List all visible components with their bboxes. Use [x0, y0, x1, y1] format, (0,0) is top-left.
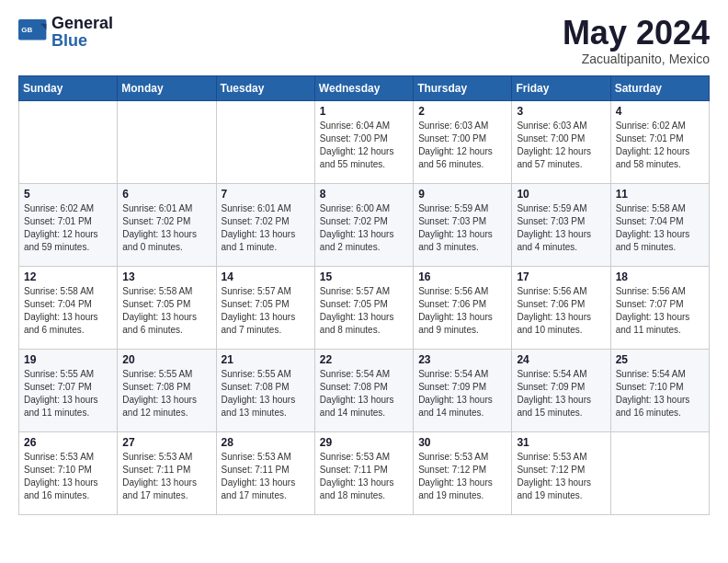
day-number: 23 [418, 353, 506, 366]
col-header-wednesday: Wednesday [314, 75, 413, 100]
day-info: Sunrise: 5:57 AM Sunset: 7:05 PM Dayligh… [320, 285, 408, 337]
calendar-cell: 5Sunrise: 6:02 AM Sunset: 7:01 PM Daylig… [19, 183, 118, 266]
day-info: Sunrise: 5:56 AM Sunset: 7:07 PM Dayligh… [616, 285, 704, 337]
day-number: 9 [418, 188, 506, 201]
calendar-cell: 15Sunrise: 5:57 AM Sunset: 7:05 PM Dayli… [314, 266, 413, 349]
calendar-cell: 17Sunrise: 5:56 AM Sunset: 7:06 PM Dayli… [512, 266, 610, 349]
col-header-thursday: Thursday [414, 75, 512, 100]
day-info: Sunrise: 6:00 AM Sunset: 7:02 PM Dayligh… [320, 202, 408, 254]
logo: GB General Blue [18, 15, 113, 50]
calendar-cell: 10Sunrise: 5:59 AM Sunset: 7:03 PM Dayli… [512, 183, 610, 266]
col-header-tuesday: Tuesday [216, 75, 314, 100]
calendar-week-3: 12Sunrise: 5:58 AM Sunset: 7:04 PM Dayli… [19, 266, 710, 349]
calendar-cell: 28Sunrise: 5:53 AM Sunset: 7:11 PM Dayli… [216, 431, 314, 514]
day-info: Sunrise: 5:56 AM Sunset: 7:06 PM Dayligh… [418, 285, 506, 337]
calendar-cell: 4Sunrise: 6:02 AM Sunset: 7:01 PM Daylig… [610, 100, 709, 183]
col-header-monday: Monday [118, 75, 216, 100]
calendar-week-5: 26Sunrise: 5:53 AM Sunset: 7:10 PM Dayli… [19, 431, 710, 514]
day-info: Sunrise: 5:54 AM Sunset: 7:09 PM Dayligh… [517, 368, 605, 419]
calendar-cell: 24Sunrise: 5:54 AM Sunset: 7:09 PM Dayli… [512, 349, 610, 431]
day-number: 20 [122, 353, 210, 366]
calendar-header-row: SundayMondayTuesdayWednesdayThursdayFrid… [19, 75, 710, 100]
day-number: 25 [616, 353, 704, 366]
day-info: Sunrise: 6:04 AM Sunset: 7:00 PM Dayligh… [320, 120, 408, 171]
calendar-cell: 6Sunrise: 6:01 AM Sunset: 7:02 PM Daylig… [118, 183, 216, 266]
title-block: May 2024 Zacualtipanito, Mexico [563, 15, 710, 66]
day-number: 14 [222, 270, 310, 283]
day-info: Sunrise: 5:53 AM Sunset: 7:12 PM Dayligh… [517, 451, 605, 502]
day-number: 24 [517, 353, 605, 366]
calendar-cell: 31Sunrise: 5:53 AM Sunset: 7:12 PM Dayli… [512, 431, 610, 514]
svg-text:GB: GB [21, 26, 32, 34]
col-header-friday: Friday [512, 75, 610, 100]
day-number: 8 [320, 188, 408, 201]
calendar-cell: 18Sunrise: 5:56 AM Sunset: 7:07 PM Dayli… [610, 266, 709, 349]
day-info: Sunrise: 6:01 AM Sunset: 7:02 PM Dayligh… [122, 202, 210, 254]
day-number: 31 [517, 436, 605, 449]
calendar-cell: 11Sunrise: 5:58 AM Sunset: 7:04 PM Dayli… [610, 183, 709, 266]
calendar-cell: 2Sunrise: 6:03 AM Sunset: 7:00 PM Daylig… [414, 100, 512, 183]
day-info: Sunrise: 5:59 AM Sunset: 7:03 PM Dayligh… [517, 202, 605, 254]
day-number: 12 [24, 270, 112, 283]
calendar-cell [610, 431, 709, 514]
col-header-saturday: Saturday [610, 75, 709, 100]
calendar-cell: 3Sunrise: 6:03 AM Sunset: 7:00 PM Daylig… [512, 100, 610, 183]
month-year: May 2024 [563, 15, 710, 52]
logo-blue: Blue [51, 32, 113, 50]
day-number: 21 [222, 353, 310, 366]
calendar-cell: 20Sunrise: 5:55 AM Sunset: 7:08 PM Dayli… [118, 349, 216, 431]
day-number: 16 [418, 270, 506, 283]
calendar-cell: 1Sunrise: 6:04 AM Sunset: 7:00 PM Daylig… [314, 100, 413, 183]
calendar-cell: 7Sunrise: 6:01 AM Sunset: 7:02 PM Daylig… [216, 183, 314, 266]
day-number: 19 [24, 353, 112, 366]
day-info: Sunrise: 5:53 AM Sunset: 7:11 PM Dayligh… [122, 451, 210, 502]
day-info: Sunrise: 5:53 AM Sunset: 7:11 PM Dayligh… [222, 451, 310, 502]
day-number: 1 [320, 105, 408, 118]
day-number: 6 [122, 188, 210, 201]
calendar-cell: 16Sunrise: 5:56 AM Sunset: 7:06 PM Dayli… [414, 266, 512, 349]
day-info: Sunrise: 5:58 AM Sunset: 7:05 PM Dayligh… [122, 285, 210, 337]
col-header-sunday: Sunday [19, 75, 118, 100]
logo-text: General Blue [51, 15, 113, 50]
day-number: 22 [320, 353, 408, 366]
calendar-cell: 19Sunrise: 5:55 AM Sunset: 7:07 PM Dayli… [19, 349, 118, 431]
calendar-cell: 25Sunrise: 5:54 AM Sunset: 7:10 PM Dayli… [610, 349, 709, 431]
calendar-cell: 26Sunrise: 5:53 AM Sunset: 7:10 PM Dayli… [19, 431, 118, 514]
page-header: GB General Blue May 2024 Zacualtipanito,… [18, 15, 710, 66]
calendar-cell: 8Sunrise: 6:00 AM Sunset: 7:02 PM Daylig… [314, 183, 413, 266]
logo-icon: GB [18, 19, 48, 45]
day-number: 27 [122, 436, 210, 449]
day-number: 7 [222, 188, 310, 201]
day-number: 30 [418, 436, 506, 449]
day-info: Sunrise: 6:03 AM Sunset: 7:00 PM Dayligh… [418, 120, 506, 171]
calendar-cell [118, 100, 216, 183]
calendar: SundayMondayTuesdayWednesdayThursdayFrid… [18, 75, 710, 515]
calendar-cell: 9Sunrise: 5:59 AM Sunset: 7:03 PM Daylig… [414, 183, 512, 266]
location: Zacualtipanito, Mexico [563, 52, 710, 66]
day-number: 26 [24, 436, 112, 449]
day-info: Sunrise: 5:53 AM Sunset: 7:10 PM Dayligh… [24, 451, 112, 502]
day-number: 4 [616, 105, 704, 118]
calendar-cell: 29Sunrise: 5:53 AM Sunset: 7:11 PM Dayli… [314, 431, 413, 514]
calendar-cell: 22Sunrise: 5:54 AM Sunset: 7:08 PM Dayli… [314, 349, 413, 431]
day-info: Sunrise: 5:55 AM Sunset: 7:08 PM Dayligh… [122, 368, 210, 419]
calendar-cell: 12Sunrise: 5:58 AM Sunset: 7:04 PM Dayli… [19, 266, 118, 349]
day-info: Sunrise: 5:59 AM Sunset: 7:03 PM Dayligh… [418, 202, 506, 254]
day-number: 13 [122, 270, 210, 283]
day-info: Sunrise: 5:54 AM Sunset: 7:09 PM Dayligh… [418, 368, 506, 419]
day-info: Sunrise: 5:58 AM Sunset: 7:04 PM Dayligh… [616, 202, 704, 254]
day-info: Sunrise: 6:02 AM Sunset: 7:01 PM Dayligh… [24, 202, 112, 254]
day-info: Sunrise: 5:53 AM Sunset: 7:12 PM Dayligh… [418, 451, 506, 502]
logo-general: General [51, 15, 113, 32]
day-number: 17 [517, 270, 605, 283]
day-info: Sunrise: 6:02 AM Sunset: 7:01 PM Dayligh… [616, 120, 704, 171]
day-info: Sunrise: 5:56 AM Sunset: 7:06 PM Dayligh… [517, 285, 605, 337]
day-info: Sunrise: 5:55 AM Sunset: 7:08 PM Dayligh… [222, 368, 310, 419]
calendar-cell: 30Sunrise: 5:53 AM Sunset: 7:12 PM Dayli… [414, 431, 512, 514]
day-number: 10 [517, 188, 605, 201]
day-info: Sunrise: 5:58 AM Sunset: 7:04 PM Dayligh… [24, 285, 112, 337]
calendar-cell: 14Sunrise: 5:57 AM Sunset: 7:05 PM Dayli… [216, 266, 314, 349]
calendar-cell: 13Sunrise: 5:58 AM Sunset: 7:05 PM Dayli… [118, 266, 216, 349]
calendar-week-1: 1Sunrise: 6:04 AM Sunset: 7:00 PM Daylig… [19, 100, 710, 183]
day-info: Sunrise: 5:54 AM Sunset: 7:08 PM Dayligh… [320, 368, 408, 419]
